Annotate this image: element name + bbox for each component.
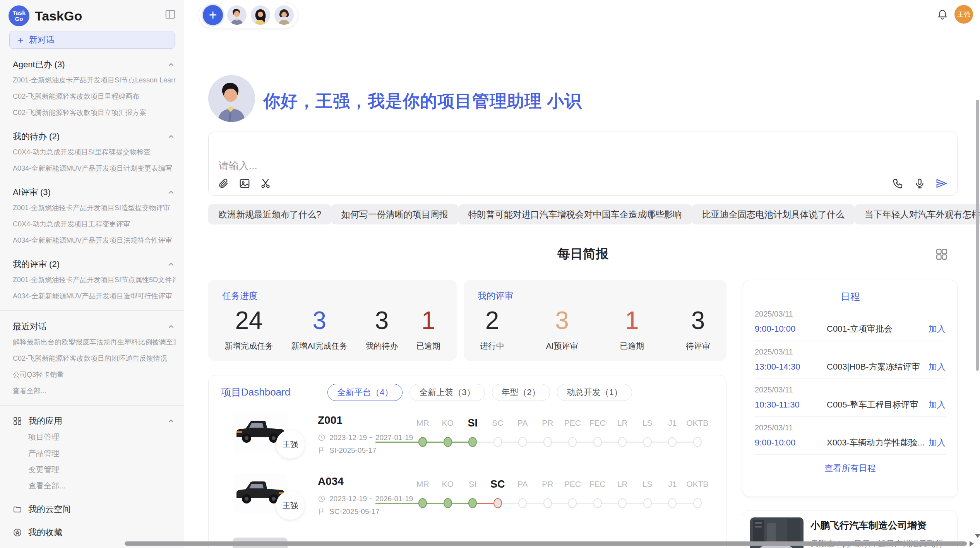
new-conversation-button[interactable]: + [203, 5, 223, 25]
project-dates: 2023-12-19 ~ 2026-01-19 [318, 495, 413, 503]
phone-icon[interactable] [892, 178, 904, 189]
project-owner-badge: 王强 [276, 430, 305, 459]
notification-bell-icon[interactable] [937, 9, 948, 21]
new-chat-button[interactable]: ＋ 新对话 [9, 31, 175, 49]
section-agent-done[interactable]: Agent已办 (3) [13, 57, 176, 72]
schedule-date: 2025/03/11 [755, 385, 946, 394]
view-all-schedule-link[interactable]: 查看所有日程 [754, 462, 946, 474]
list-item[interactable]: C02-飞腾新能源轻客改款项目里程碑画布 [13, 88, 176, 104]
current-milestone-label: SI [460, 416, 485, 430]
join-link[interactable]: 加入 [929, 323, 946, 335]
sidebar-item-my-apps[interactable]: 我的应用 [13, 413, 176, 429]
sidebar-item-product-mgmt[interactable]: 产品管理 [13, 445, 176, 461]
list-item[interactable]: A034-全新新能源MUV产品开发项目计划变更表编写 [13, 160, 176, 176]
view-all-chats[interactable]: 查看全部... [13, 383, 176, 399]
layout-grid-icon[interactable] [935, 248, 948, 261]
apps-grid-icon [13, 416, 22, 426]
project-owner-badge: 王强 [276, 491, 305, 520]
stat-review-overdue: 1 已逾期 [620, 307, 644, 351]
list-item[interactable]: 公司Q3轻卡销量 [13, 366, 176, 383]
chevron-up-icon[interactable] [167, 322, 175, 331]
list-item[interactable]: A034-全新新能源MUV产品开发项目造型可行性评审 [13, 288, 176, 304]
logo-line1: Task [12, 10, 25, 16]
sidebar-item-change-mgmt[interactable]: 变更管理 [13, 461, 176, 478]
avatar[interactable] [274, 5, 294, 25]
sidebar-item-view-all-apps[interactable]: 查看全部... [13, 478, 176, 494]
join-link[interactable]: 加入 [929, 399, 946, 411]
section-ai-review[interactable]: AI评审 (3) [13, 185, 176, 200]
horizontal-scrollbar[interactable] [125, 541, 967, 546]
folder-icon [13, 505, 22, 514]
stat-in-progress: 2 进行中 [480, 307, 504, 351]
suggestion-chip[interactable]: 如何写一份清晰的项目周报 [331, 204, 458, 224]
schedule-time: 9:00-10:00 [755, 324, 827, 334]
schedule-item: 2025/03/11 9:00-10:00 X003-车辆动力学性能验... 加… [754, 417, 946, 455]
assistant-avatar [208, 75, 255, 122]
sidebar-header: Task Go TaskGo [0, 0, 184, 28]
card-title: 我的评审 [478, 290, 713, 302]
chevron-up-icon[interactable] [167, 132, 175, 141]
input-placeholder: 请输入... [219, 159, 257, 173]
avatar[interactable] [227, 5, 247, 25]
app-title: TaskGo [35, 9, 82, 24]
section-my-review[interactable]: 我的评审 (2) [13, 257, 176, 272]
chevron-up-icon[interactable] [167, 260, 175, 269]
microphone-icon[interactable] [914, 178, 925, 189]
join-link[interactable]: 加入 [929, 361, 946, 373]
filter-tab[interactable]: 全新上装（3） [409, 384, 485, 401]
sidebar-item-favorites[interactable]: 我的收藏 [13, 525, 176, 540]
filter-tab[interactable]: 年型（2） [492, 384, 550, 401]
filter-tab[interactable]: 全新平台（4） [327, 384, 403, 401]
chevron-up-icon[interactable] [167, 188, 175, 197]
list-item[interactable]: Z001-全新燃油皮卡产品开发项目SI节点Lesson Learn报告 [13, 72, 176, 88]
project-dashboard-card: 项目Dashboard 全新平台（4） 全新上装（3） 年型（2） 动总开发（1… [208, 375, 726, 548]
list-item[interactable]: Z001-全新燃油轻卡产品开发项目SI造型提交物评审 [13, 200, 176, 216]
chevron-up-icon[interactable] [167, 417, 175, 425]
list-item[interactable]: Z001-全新燃油轻卡产品开发项目SI节点属性5D文件评审 [13, 272, 176, 288]
stat-new-done: 24 新增完成任务 [224, 307, 273, 351]
star-badge-icon [13, 528, 22, 537]
suggestion-chip[interactable]: 当下年轻人对汽车外观有怎样的喜好趋势 [855, 204, 980, 224]
conversation-switcher: + [199, 2, 298, 28]
list-item[interactable]: C0X4-动力总成开发项目SI里程碑提交物检查 [13, 144, 176, 160]
vertical-scrollbar[interactable] [976, 100, 979, 371]
scroll-right-arrow-icon[interactable] [970, 541, 974, 546]
list-item[interactable]: C02-飞腾新能源轻客改款项目立项汇报方案 [13, 104, 176, 121]
project-flag-date: SC-2025-05-17 [318, 507, 380, 516]
logo-line2: Go [15, 16, 23, 22]
schedule-date: 2025/03/11 [755, 423, 946, 432]
chevron-up-icon[interactable] [167, 60, 175, 69]
section-recent-chats[interactable]: 最近对话 [13, 319, 176, 334]
join-link[interactable]: 加入 [929, 437, 946, 449]
clock-icon [318, 434, 326, 442]
scroll-down-arrow-icon[interactable] [975, 534, 980, 538]
milestone-labels: MR KO SI SC PA PR PEC FEC LR LS J1 OKTB [410, 478, 710, 491]
new-chat-label: 新对话 [29, 34, 55, 46]
sidebar-item-project-mgmt[interactable]: 项目管理 [13, 429, 176, 445]
recent-chats: 最近对话 解释最新出台的欧盟报废车法规再生塑料比例被调至15%... C02-飞… [0, 319, 184, 399]
avatar[interactable] [251, 5, 270, 25]
user-avatar[interactable]: 王强 [954, 5, 973, 24]
sidebar-collapse-icon[interactable] [164, 9, 176, 20]
filter-tab[interactable]: 动总开发（1） [557, 384, 632, 401]
sidebar-item-cloud-space[interactable]: 我的云空间 [13, 502, 176, 517]
stat-overdue: 1 已逾期 [416, 307, 440, 351]
chat-input-box[interactable]: 请输入... [208, 132, 958, 196]
app-logo: Task Go [9, 5, 29, 26]
list-item[interactable]: C02-飞腾新能源轻客改款项目的闭环通告反馈情况 [13, 350, 176, 366]
list-item[interactable]: C0X4-动力总成开发项目工程变更评审 [13, 216, 176, 232]
dashboard-filters: 全新平台（4） 全新上装（3） 年型（2） 动总开发（1） [327, 384, 632, 401]
list-item[interactable]: A034-全新新能源MUV产品开发项目法规符合性评审 [13, 232, 176, 248]
list-item[interactable]: 解释最新出台的欧盟报废车法规再生塑料比例被调至15%... [13, 334, 176, 350]
divider [0, 310, 184, 311]
milestone-track [410, 437, 710, 447]
image-icon[interactable] [239, 178, 250, 189]
suggestion-chip[interactable]: 比亚迪全固态电池计划具体说了什么 [692, 204, 855, 224]
suggestion-chip[interactable]: 欧洲新规最近颁布了什么? [208, 204, 331, 224]
section-my-todo[interactable]: 我的待办 (2) [13, 129, 176, 144]
scissors-icon[interactable] [260, 178, 271, 189]
greeting-text: 你好，王强，我是你的项目管理助理 小识 [263, 90, 582, 113]
attachment-icon[interactable] [218, 178, 230, 189]
suggestion-chip[interactable]: 特朗普可能对进口汽车增税会对中国车企造成哪些影响 [458, 204, 692, 224]
send-icon[interactable] [935, 178, 947, 189]
